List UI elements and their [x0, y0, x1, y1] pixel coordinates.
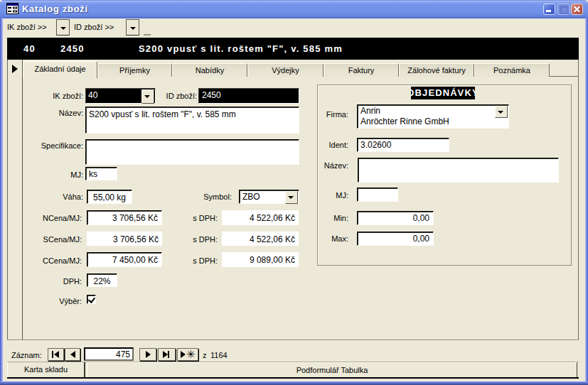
previous-record-button[interactable] — [65, 348, 80, 361]
vyber-label: Výběr: — [20, 297, 82, 306]
next-record-icon — [146, 351, 151, 358]
vyber-checkbox[interactable] — [87, 295, 96, 304]
scena-sdph-label: s DPH: — [171, 235, 218, 244]
tab-nabidky[interactable]: Nabídky — [172, 63, 247, 77]
close-button[interactable] — [571, 4, 583, 15]
scena-field: 3 706,56 Kč — [87, 232, 162, 246]
mj-value: ks — [89, 169, 97, 179]
maximize-icon — [560, 6, 569, 14]
bottom-tab-karta-skladu[interactable]: Karta skladu — [7, 362, 85, 377]
ncena-label: NCena/MJ: — [20, 214, 82, 223]
ccena-sdph-field: 9 089,00 Kč — [222, 252, 299, 267]
name-field[interactable]: S200 vpusť s lit. roštem "F", v. 585 mm — [85, 107, 299, 134]
window-border-left — [0, 18, 3, 382]
dropdown-arrow-icon — [60, 27, 66, 30]
scena-label: SCena/MJ: — [20, 235, 82, 244]
orders-group-title: OBJEDNÁVKY — [411, 87, 475, 99]
first-record-icon — [52, 351, 53, 358]
name-label: Název: — [21, 109, 83, 118]
header-item-name: S200 vpusť s lit. roštem "F", v. 585 mm — [139, 43, 343, 54]
mj-label: MJ: — [21, 170, 83, 180]
current-record-value: 475 — [116, 349, 130, 359]
form-icon — [6, 3, 18, 15]
orders-name-field[interactable] — [358, 158, 559, 183]
application-window: Katalog zboží IK zboží >> ID zboží >> 40… — [0, 0, 588, 385]
tab-zalohove-faktury[interactable]: Zálohové faktury — [399, 63, 474, 77]
id-filter-dropdown[interactable] — [126, 19, 139, 36]
bottom-tabs-underline — [7, 377, 579, 379]
firma-combobox[interactable]: Anrin Anröchter Rinne GmbH — [357, 104, 509, 129]
bottom-tab-podformular-tabulka[interactable]: Podformulář Tabulka — [87, 362, 577, 377]
firma-label: Firma: — [284, 110, 348, 119]
header-ik-value: 40 — [23, 43, 36, 54]
ccena-field[interactable]: 7 450,00 Kč — [87, 252, 162, 267]
tab-vydejky[interactable]: Výdejky — [247, 63, 324, 77]
tab-faktury[interactable]: Faktury — [324, 63, 399, 77]
title-bar: Katalog zboží — [0, 0, 588, 18]
spec-label: Specifikace: — [21, 141, 83, 151]
last-record-icon — [163, 351, 168, 358]
mj-field[interactable]: ks — [85, 167, 117, 180]
next-record-button[interactable] — [139, 348, 156, 361]
tab-poznamka[interactable]: Poznámka — [474, 63, 550, 77]
last-record-icon-bar — [168, 351, 169, 358]
orders-name-label: Název: — [284, 161, 348, 170]
ccena-sdph-label: s DPH: — [171, 256, 218, 266]
minimize-icon — [546, 10, 551, 12]
ident-label: Ident: — [284, 141, 348, 150]
window-title: Katalog zboží — [22, 4, 88, 14]
new-record-button[interactable]: ✳ — [177, 348, 198, 361]
ident-field[interactable]: 3.02600 — [357, 138, 449, 152]
ident-value: 3.02600 — [360, 140, 391, 150]
form-right-edge — [578, 60, 579, 340]
minimize-button[interactable] — [543, 4, 555, 15]
symbol-label: Symbol: — [171, 192, 232, 202]
max-value: 0,00 — [413, 234, 429, 244]
firma-value: Anrin — [360, 106, 380, 116]
weight-field[interactable]: 55,00 kg — [87, 190, 132, 204]
ik-label: IK zboží: — [21, 92, 83, 101]
firma-combo-button[interactable] — [495, 106, 508, 118]
dropdown-arrow-icon — [130, 27, 136, 30]
tab-zakladni-udaje[interactable]: Základní údaje — [23, 61, 97, 78]
new-record-icon-star: ✳ — [186, 347, 196, 362]
id-label: ID zboží: — [135, 92, 197, 101]
new-record-icon-tri — [181, 351, 186, 358]
orders-mj-field[interactable] — [357, 188, 398, 202]
dph-label: DPH: — [20, 277, 82, 286]
max-label: Max: — [284, 234, 348, 244]
window-border-bottom — [0, 381, 588, 385]
ik-filter-dropdown[interactable] — [56, 19, 70, 36]
ncena-field[interactable]: 3 706,56 Kč — [87, 210, 162, 225]
current-record-arrow-icon — [12, 65, 18, 73]
last-record-button[interactable] — [158, 348, 176, 361]
scena-value: 3 706,56 Kč — [113, 234, 159, 244]
max-field[interactable]: 0,00 — [357, 232, 434, 246]
ncena-sdph-label: s DPH: — [171, 214, 218, 223]
min-label: Min: — [284, 214, 348, 223]
tab-prijemky[interactable]: Příjemky — [97, 63, 172, 77]
record-of-label: z — [203, 351, 207, 360]
current-record-field[interactable]: 475 — [84, 347, 134, 361]
ccena-value: 7 450,00 Kč — [112, 255, 158, 265]
id-value: 2450 — [202, 90, 221, 100]
ik-filter-label: IK zboží >> — [7, 23, 47, 32]
min-field[interactable]: 0,00 — [357, 211, 434, 225]
id-field[interactable]: 2450 — [198, 88, 299, 104]
header-band: 40 2450 S200 vpusť s lit. roštem "F", v.… — [7, 38, 579, 60]
ik-value: 40 — [88, 90, 97, 100]
check-icon — [88, 295, 95, 303]
ccena-sdph-value: 9 089,00 Kč — [250, 255, 295, 265]
dph-field[interactable]: 22% — [87, 273, 117, 287]
toolbar-dash — [144, 34, 151, 36]
first-record-button[interactable] — [48, 348, 64, 361]
min-value: 0,00 — [413, 213, 429, 223]
record-total: 1164 — [210, 351, 228, 360]
record-nav-label: Záznam: — [11, 351, 42, 360]
nav-divider-highlight — [7, 340, 579, 341]
ccena-label: CCena/MJ: — [20, 256, 82, 266]
spec-field[interactable] — [85, 139, 299, 165]
name-value: S200 vpusť s lit. roštem "F", v. 585 mm — [89, 109, 236, 119]
maximize-button[interactable] — [557, 4, 570, 15]
weight-value: 55,00 kg — [93, 192, 126, 202]
